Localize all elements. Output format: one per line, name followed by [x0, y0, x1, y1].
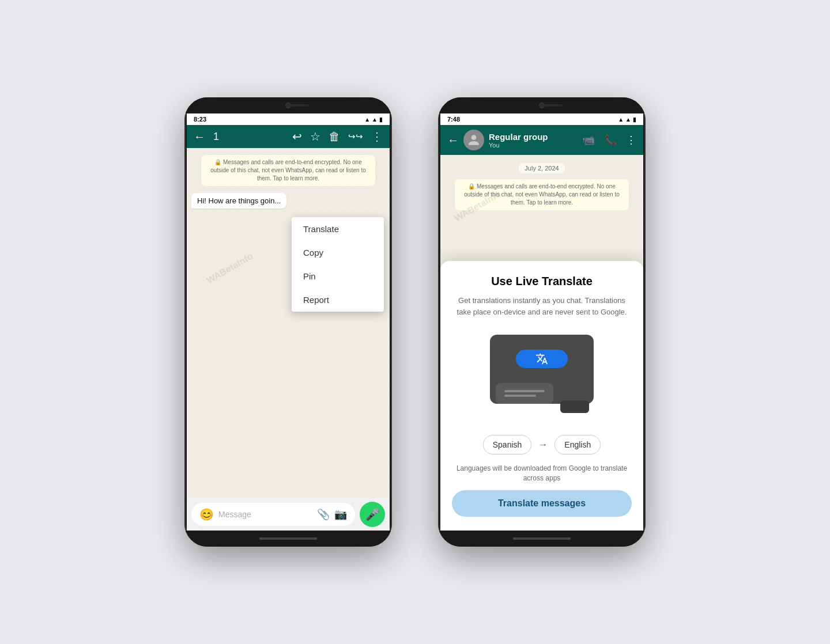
- home-indicator-left[interactable]: [259, 537, 317, 540]
- context-menu-pin[interactable]: Pin: [292, 264, 384, 288]
- system-message-left: 🔒 Messages and calls are end-to-end encr…: [201, 155, 375, 186]
- status-icons-left: ▲ ▲ ▮: [364, 116, 383, 123]
- back-icon-right[interactable]: ←: [447, 134, 459, 147]
- translate-illustration: [478, 329, 605, 421]
- modal-subtitle: Get translations instantly as you chat. …: [452, 295, 632, 317]
- status-bar-left: 8:23 ▲ ▲ ▮: [187, 113, 390, 125]
- voice-call-icon[interactable]: 📞: [604, 134, 617, 146]
- status-icons-right: ▲ ▲ ▮: [618, 116, 636, 123]
- language-arrow-icon: →: [538, 440, 548, 450]
- context-menu-translate[interactable]: Translate: [292, 217, 384, 241]
- received-message-left: Hi! How are things goin...: [191, 193, 286, 209]
- forward-icon[interactable]: ↪↪: [348, 131, 363, 142]
- group-avatar: [463, 130, 484, 150]
- phone-screen-left: 8:23 ▲ ▲ ▮ ← 1 ↩ ☆ 🗑 ↪↪ ⋮ WABetaIn: [187, 113, 390, 531]
- illus-translate-btn: [516, 350, 568, 368]
- phone-top-bar-left: [184, 97, 392, 113]
- wifi-icon-left: ▲: [372, 116, 378, 123]
- selection-count: 1: [213, 131, 284, 143]
- illus-line-2: [504, 395, 536, 397]
- phone-bottom-bar-right: [438, 531, 646, 547]
- modal-title: Use Live Translate: [491, 275, 593, 288]
- battery-icon-right: ▮: [633, 116, 636, 123]
- back-icon[interactable]: ←: [194, 130, 205, 143]
- context-menu-copy[interactable]: Copy: [292, 241, 384, 264]
- phone-left: 8:23 ▲ ▲ ▮ ← 1 ↩ ☆ 🗑 ↪↪ ⋮ WABetaIn: [184, 97, 392, 547]
- context-menu: Translate Copy Pin Report: [292, 217, 384, 312]
- illus-bubble-lines: [504, 390, 545, 397]
- illus-bubble1: [496, 383, 553, 404]
- group-header-icons: 📹 📞 ⋮: [582, 134, 636, 146]
- emoji-icon[interactable]: 😊: [199, 507, 214, 521]
- message-placeholder: Message: [218, 510, 312, 519]
- battery-icon-left: ▮: [379, 116, 383, 123]
- phone-bottom-bar-left: [184, 531, 392, 547]
- language-selector: Spanish → English: [483, 435, 601, 454]
- message-input-bar: 😊 Message 📎 📷 🎤: [187, 498, 390, 531]
- modal-download-text: Languages will be downloaded from Google…: [452, 464, 632, 483]
- context-menu-report[interactable]: Report: [292, 288, 384, 312]
- more-options-icon-right[interactable]: ⋮: [626, 134, 636, 146]
- camera-icon[interactable]: 📷: [334, 508, 347, 521]
- phone-top-bar-right: [438, 97, 646, 113]
- group-name: Regular group: [489, 132, 578, 142]
- star-icon[interactable]: ☆: [310, 130, 320, 143]
- time-right: 7:48: [447, 116, 460, 123]
- language-from-chip[interactable]: Spanish: [483, 435, 532, 454]
- video-call-icon[interactable]: 📹: [582, 134, 595, 146]
- message-input-field[interactable]: 😊 Message 📎 📷: [191, 503, 355, 526]
- phone-right: 7:48 ▲ ▲ ▮ ← Regular group You: [438, 97, 646, 547]
- illus-line-1: [504, 390, 545, 392]
- live-translate-modal: Use Live Translate Get translations inst…: [440, 261, 643, 531]
- wifi-icon-right: ▲: [625, 116, 631, 123]
- speaker-left: [286, 104, 309, 107]
- signal-icon-right: ▲: [618, 116, 624, 123]
- page-container: 8:23 ▲ ▲ ▮ ← 1 ↩ ☆ 🗑 ↪↪ ⋮ WABetaIn: [0, 0, 830, 644]
- group-info: Regular group You: [489, 132, 578, 149]
- speaker-right: [540, 104, 563, 107]
- more-options-icon[interactable]: ⋮: [371, 130, 383, 143]
- status-bar-right: 7:48 ▲ ▲ ▮: [440, 113, 643, 125]
- signal-icon-left: ▲: [364, 116, 370, 123]
- illus-bubble2: [560, 400, 589, 413]
- reply-icon[interactable]: ↩: [292, 130, 302, 143]
- mic-button[interactable]: 🎤: [360, 502, 385, 527]
- language-to-chip[interactable]: English: [554, 435, 601, 454]
- selection-toolbar: ← 1 ↩ ☆ 🗑 ↪↪ ⋮: [187, 125, 390, 148]
- watermark-left: WABetaInfo: [205, 251, 255, 286]
- translate-messages-button[interactable]: Translate messages: [452, 490, 632, 517]
- mic-icon: 🎤: [365, 507, 380, 521]
- group-chat-header: ← Regular group You 📹 📞 ⋮: [440, 125, 643, 155]
- phone-screen-right: 7:48 ▲ ▲ ▮ ← Regular group You: [440, 113, 643, 531]
- chat-body-left: WABetaInfo 🔒 Messages and calls are end-…: [187, 148, 390, 498]
- attach-icon[interactable]: 📎: [317, 508, 330, 521]
- delete-icon[interactable]: 🗑: [329, 130, 340, 143]
- group-subtitle: You: [489, 142, 578, 149]
- system-message-right: 🔒 Messages and calls are end-to-end encr…: [455, 179, 629, 210]
- date-divider: July 2, 2024: [519, 163, 564, 173]
- home-indicator-right[interactable]: [513, 537, 571, 540]
- time-left: 8:23: [194, 116, 206, 123]
- chat-body-right: WABetaInfo July 2, 2024 🔒 Messages and c…: [440, 155, 643, 531]
